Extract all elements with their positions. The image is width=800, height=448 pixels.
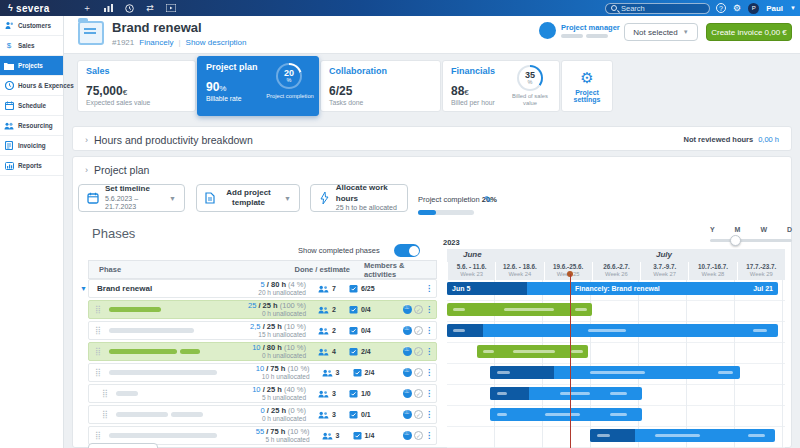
- card-label: Expected sales value: [86, 99, 187, 106]
- zoom-day-label[interactable]: D: [787, 226, 792, 233]
- week-cell[interactable]: 3.7.-9.7.Week 27: [640, 262, 688, 280]
- accordion-project-plan[interactable]: › Project plan: [73, 157, 791, 182]
- search-box[interactable]: [605, 3, 710, 14]
- week-cell[interactable]: 12.6. - 18.6.Week 24: [495, 262, 543, 280]
- show-description-link[interactable]: Show description: [186, 38, 247, 47]
- not-reviewed-value[interactable]: 0,00 h: [758, 135, 779, 144]
- phase-row[interactable]: ⣿ 10 / 25 h (40 %) 5 h unallocated 3 1/0…: [88, 384, 437, 403]
- drag-handle-icon[interactable]: ⣿: [95, 326, 103, 335]
- chart-icon[interactable]: [103, 4, 114, 13]
- access-lock-icon[interactable]: [403, 326, 412, 335]
- accordion-hours-breakdown[interactable]: › Hours and productivity breakdown Not r…: [72, 126, 792, 151]
- sidebar-item-invoicing[interactable]: Invoicing: [0, 136, 63, 156]
- zoom-year-label[interactable]: Y: [710, 226, 715, 233]
- divider: |: [179, 38, 181, 47]
- allocate-work-hours-button[interactable]: Allocate work hours25 h to be allocated: [310, 184, 408, 212]
- phase-row[interactable]: ⣿ 10 / 75 h (10 %) 10 h unallocated 3 2/…: [88, 363, 437, 382]
- invoicing-icon: [4, 141, 14, 151]
- settings-gear-icon[interactable]: ⚙: [733, 3, 741, 13]
- transfer-icon[interactable]: ⇄: [145, 4, 156, 13]
- show-completed-toggle[interactable]: [394, 244, 420, 257]
- kebab-menu-icon[interactable]: ⋮: [425, 284, 433, 293]
- user-menu-caret-icon[interactable]: ▼: [790, 5, 796, 11]
- create-invoice-button[interactable]: Create invoice 0,00 €: [706, 23, 792, 41]
- project-manager-label: Project manager: [561, 23, 620, 32]
- access-lock-icon[interactable]: [403, 431, 412, 440]
- drag-handle-icon[interactable]: ⣿: [95, 431, 103, 440]
- kebab-menu-icon[interactable]: ⋮: [425, 347, 433, 356]
- kebab-menu-icon[interactable]: ⋮: [425, 326, 433, 335]
- video-icon[interactable]: [166, 4, 177, 13]
- unallocated: 5 h unallocated: [211, 394, 306, 402]
- check-circle-icon[interactable]: ✓: [414, 410, 423, 419]
- drag-handle-icon[interactable]: ⣿: [95, 347, 103, 356]
- access-lock-icon[interactable]: [403, 347, 412, 356]
- set-timeline-button[interactable]: Set timeline5.6.2023 – 21.7.2023 ▼: [78, 184, 185, 212]
- zoom-slider-track[interactable]: [710, 239, 792, 242]
- add-project-template-button[interactable]: Add project template ▼: [196, 184, 300, 212]
- help-icon[interactable]: ?: [716, 3, 726, 13]
- kebab-menu-icon[interactable]: ⋮: [425, 368, 433, 377]
- user-name[interactable]: Paul: [766, 4, 783, 13]
- tab-financials[interactable]: Financials 88€ Billed per hour 35 % Bill…: [442, 60, 560, 112]
- check-circle-icon[interactable]: ✓: [414, 389, 423, 398]
- sidebar-item-resourcing[interactable]: Resourcing: [0, 116, 63, 136]
- gantt-bar-project[interactable]: Jun 5 Financely: Brand renewal Jul 21: [447, 282, 778, 295]
- accordion-title: Project plan: [94, 164, 149, 176]
- phase-row[interactable]: ⣿ 25 / 25 h (100 %) 0 h unallocated 2 0/…: [88, 300, 437, 319]
- edit-pencil-icon[interactable]: ✎: [484, 194, 492, 205]
- check-circle-icon[interactable]: ✓: [414, 431, 423, 440]
- sidebar-item-schedule[interactable]: Schedule: [0, 96, 63, 116]
- sidebar-item-sales[interactable]: $ Sales: [0, 36, 63, 56]
- phase-row[interactable]: ⣿ 2,5 / 25 h (10 %) 15 h unallocated 2 0…: [88, 321, 437, 340]
- kebab-menu-icon[interactable]: ⋮: [425, 410, 433, 419]
- kebab-menu-icon[interactable]: ⋮: [425, 305, 433, 314]
- tab-collaboration[interactable]: Collaboration 6/25 Tasks done: [320, 60, 441, 112]
- collapse-arrow-icon[interactable]: ▼: [80, 285, 87, 292]
- drag-handle-icon[interactable]: ⣿: [102, 389, 110, 398]
- drag-handle-icon[interactable]: ⣿: [102, 410, 110, 419]
- drag-handle-icon[interactable]: ⣿: [95, 305, 103, 314]
- add-icon[interactable]: ＋: [82, 4, 93, 13]
- phase-row[interactable]: ⣿ 10 / 80 h (10 %) 0 h unallocated 4 2/4…: [88, 342, 437, 361]
- sidebar-item-reports[interactable]: Reports: [0, 156, 63, 176]
- week-cell[interactable]: 5.6. - 11.6.Week 23: [447, 262, 495, 280]
- user-avatar[interactable]: P: [748, 3, 759, 14]
- history-icon[interactable]: [124, 4, 135, 13]
- access-lock-icon[interactable]: [403, 410, 412, 419]
- chevron-down-icon: ▼: [284, 195, 291, 202]
- zoom-month-label[interactable]: M: [735, 226, 741, 233]
- drag-handle-icon[interactable]: ⣿: [95, 368, 103, 377]
- tab-project-settings[interactable]: ⚙ Project settings: [561, 60, 613, 112]
- access-lock-icon[interactable]: [403, 305, 412, 314]
- sidebar-item-customers[interactable]: Customers: [0, 16, 63, 36]
- unallocated: 10 h unallocated: [217, 373, 309, 381]
- not-selected-dropdown[interactable]: Not selected ▼: [624, 23, 698, 41]
- project-manager-block[interactable]: Project manager ▼: [539, 22, 632, 39]
- member-count: 3: [332, 411, 346, 418]
- check-circle-icon[interactable]: ✓: [414, 368, 423, 377]
- access-lock-icon[interactable]: [403, 389, 412, 398]
- phase-row-brand-renewal[interactable]: ▼ Brand renewal 5 / 80 h (4 %) 20 h unal…: [88, 279, 437, 298]
- check-circle-icon[interactable]: ✓: [414, 305, 423, 314]
- week-cell[interactable]: 17.7.-23.7.Week 29: [737, 262, 785, 280]
- zoom-week-label[interactable]: W: [760, 226, 767, 233]
- access-lock-icon[interactable]: [403, 368, 412, 377]
- check-circle-icon[interactable]: ✓: [414, 347, 423, 356]
- sidebar-item-projects[interactable]: Projects: [0, 56, 63, 76]
- tab-sales[interactable]: Sales 75,000€ Expected sales value: [77, 60, 196, 112]
- kebab-menu-icon[interactable]: ⋮: [425, 389, 433, 398]
- phase-row[interactable]: ⣿ 0 / 25 h (0 %) 0 h unallocated 3 0/1 ✓…: [88, 405, 437, 424]
- check-circle-icon[interactable]: ✓: [414, 326, 423, 335]
- kebab-menu-icon[interactable]: ⋮: [425, 431, 433, 440]
- week-cell[interactable]: 10.7.-16.7.Week 28: [688, 262, 736, 280]
- severa-logo[interactable]: ϟ severa: [0, 3, 60, 14]
- new-phase-button[interactable]: [88, 443, 158, 448]
- customer-link[interactable]: Financely: [139, 38, 173, 47]
- tab-project-plan[interactable]: Project plan 90% Billable rate 20 % Proj…: [197, 56, 319, 116]
- search-input[interactable]: [621, 4, 701, 13]
- week-cell[interactable]: 26.6.-2.7.Week 26: [592, 262, 640, 280]
- sidebar-item-hours-expences[interactable]: Hours & Expences: [0, 76, 63, 96]
- zoom-slider-knob[interactable]: [730, 235, 741, 246]
- estimate-value: / 25 h: [258, 301, 277, 310]
